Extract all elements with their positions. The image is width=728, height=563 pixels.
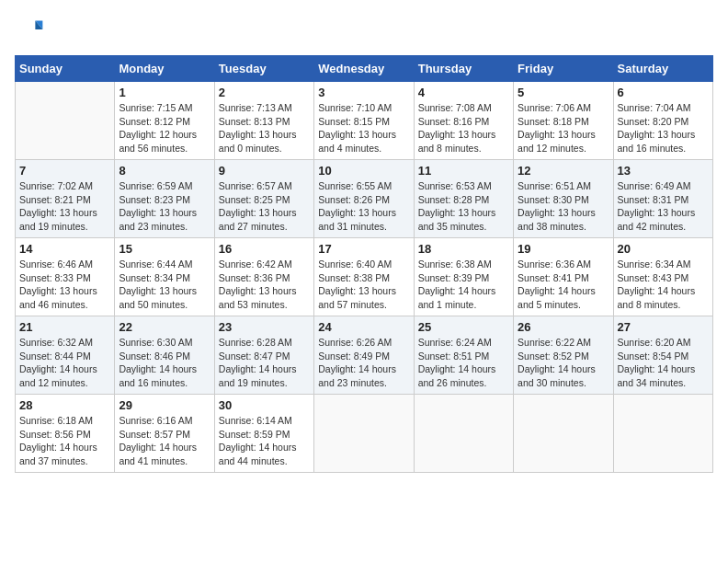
logo-icon <box>15 15 44 44</box>
day-info: Sunrise: 7:13 AMSunset: 8:13 PMDaylight:… <box>219 101 310 155</box>
day-info: Sunrise: 7:08 AMSunset: 8:16 PMDaylight:… <box>418 101 509 155</box>
day-info: Sunrise: 6:55 AMSunset: 8:26 PMDaylight:… <box>318 179 409 234</box>
day-number: 30 <box>219 398 310 412</box>
weekday-header: Saturday <box>613 56 712 82</box>
calendar-week-row: 7Sunrise: 7:02 AMSunset: 8:21 PMDaylight… <box>16 160 713 238</box>
weekday-header: Thursday <box>414 56 513 82</box>
calendar-cell: 1Sunrise: 7:15 AMSunset: 8:12 PMDaylight… <box>115 82 214 160</box>
weekday-header: Wednesday <box>314 56 414 82</box>
calendar-cell: 4Sunrise: 7:08 AMSunset: 8:16 PMDaylight… <box>414 82 513 160</box>
weekday-header: Monday <box>115 56 214 82</box>
day-number: 25 <box>418 320 509 334</box>
calendar-cell: 12Sunrise: 6:51 AMSunset: 8:30 PMDayligh… <box>514 160 613 238</box>
calendar-cell: 17Sunrise: 6:40 AMSunset: 8:38 PMDayligh… <box>314 238 414 316</box>
calendar-cell: 20Sunrise: 6:34 AMSunset: 8:43 PMDayligh… <box>613 238 712 316</box>
calendar-cell <box>16 82 115 160</box>
calendar-cell: 11Sunrise: 6:53 AMSunset: 8:28 PMDayligh… <box>414 160 513 238</box>
day-info: Sunrise: 6:57 AMSunset: 8:25 PMDaylight:… <box>219 179 310 234</box>
day-number: 21 <box>19 320 110 334</box>
day-info: Sunrise: 7:02 AMSunset: 8:21 PMDaylight:… <box>19 179 110 234</box>
day-number: 15 <box>119 242 210 256</box>
day-number: 20 <box>618 242 709 256</box>
weekday-header: Tuesday <box>214 56 313 82</box>
day-number: 24 <box>318 320 409 334</box>
calendar-cell: 29Sunrise: 6:16 AMSunset: 8:57 PMDayligh… <box>115 395 214 473</box>
day-info: Sunrise: 6:22 AMSunset: 8:52 PMDaylight:… <box>518 336 609 390</box>
day-info: Sunrise: 6:59 AMSunset: 8:23 PMDaylight:… <box>119 179 210 234</box>
calendar-cell: 16Sunrise: 6:42 AMSunset: 8:36 PMDayligh… <box>214 238 313 316</box>
calendar-cell <box>514 395 613 473</box>
day-info: Sunrise: 7:10 AMSunset: 8:15 PMDaylight:… <box>318 101 409 155</box>
day-info: Sunrise: 6:14 AMSunset: 8:59 PMDaylight:… <box>219 414 310 468</box>
calendar-week-row: 28Sunrise: 6:18 AMSunset: 8:56 PMDayligh… <box>16 395 713 473</box>
calendar-cell: 2Sunrise: 7:13 AMSunset: 8:13 PMDaylight… <box>214 82 313 160</box>
calendar-cell: 23Sunrise: 6:28 AMSunset: 8:47 PMDayligh… <box>214 316 313 395</box>
day-info: Sunrise: 6:53 AMSunset: 8:28 PMDaylight:… <box>418 179 509 234</box>
calendar-cell: 13Sunrise: 6:49 AMSunset: 8:31 PMDayligh… <box>613 160 712 238</box>
calendar-cell: 25Sunrise: 6:24 AMSunset: 8:51 PMDayligh… <box>414 316 513 395</box>
day-number: 4 <box>418 86 509 99</box>
day-number: 28 <box>19 398 110 412</box>
calendar-cell: 28Sunrise: 6:18 AMSunset: 8:56 PMDayligh… <box>16 395 115 473</box>
weekday-header: Friday <box>514 56 613 82</box>
day-number: 7 <box>19 164 110 178</box>
day-info: Sunrise: 6:51 AMSunset: 8:30 PMDaylight:… <box>518 179 609 234</box>
day-number: 22 <box>119 320 210 334</box>
weekday-header: Sunday <box>16 56 115 82</box>
calendar-cell: 24Sunrise: 6:26 AMSunset: 8:49 PMDayligh… <box>314 316 414 395</box>
calendar-header: SundayMondayTuesdayWednesdayThursdayFrid… <box>16 56 713 82</box>
day-number: 2 <box>219 86 310 99</box>
day-info: Sunrise: 6:46 AMSunset: 8:33 PMDaylight:… <box>19 258 110 312</box>
calendar-cell: 30Sunrise: 6:14 AMSunset: 8:59 PMDayligh… <box>214 395 313 473</box>
day-info: Sunrise: 6:16 AMSunset: 8:57 PMDaylight:… <box>119 414 210 468</box>
calendar-cell: 15Sunrise: 6:44 AMSunset: 8:34 PMDayligh… <box>115 238 214 316</box>
calendar-cell: 6Sunrise: 7:04 AMSunset: 8:20 PMDaylight… <box>613 82 712 160</box>
day-number: 29 <box>119 398 210 412</box>
day-info: Sunrise: 7:04 AMSunset: 8:20 PMDaylight:… <box>618 101 709 155</box>
page-header <box>15 15 713 44</box>
calendar-cell: 14Sunrise: 6:46 AMSunset: 8:33 PMDayligh… <box>16 238 115 316</box>
day-info: Sunrise: 6:32 AMSunset: 8:44 PMDaylight:… <box>19 336 110 390</box>
calendar-cell <box>613 395 712 473</box>
day-info: Sunrise: 6:18 AMSunset: 8:56 PMDaylight:… <box>19 414 110 468</box>
calendar-cell: 22Sunrise: 6:30 AMSunset: 8:46 PMDayligh… <box>115 316 214 395</box>
day-number: 1 <box>119 86 210 99</box>
calendar-cell: 19Sunrise: 6:36 AMSunset: 8:41 PMDayligh… <box>514 238 613 316</box>
day-number: 18 <box>418 242 509 256</box>
day-number: 14 <box>19 242 110 256</box>
day-info: Sunrise: 6:24 AMSunset: 8:51 PMDaylight:… <box>418 336 509 390</box>
day-info: Sunrise: 6:44 AMSunset: 8:34 PMDaylight:… <box>119 258 210 312</box>
day-number: 27 <box>618 320 709 334</box>
calendar-cell: 10Sunrise: 6:55 AMSunset: 8:26 PMDayligh… <box>314 160 414 238</box>
calendar-cell: 7Sunrise: 7:02 AMSunset: 8:21 PMDaylight… <box>16 160 115 238</box>
calendar-cell: 5Sunrise: 7:06 AMSunset: 8:18 PMDaylight… <box>514 82 613 160</box>
day-info: Sunrise: 6:49 AMSunset: 8:31 PMDaylight:… <box>618 179 709 234</box>
day-number: 13 <box>618 164 709 178</box>
calendar-cell: 3Sunrise: 7:10 AMSunset: 8:15 PMDaylight… <box>314 82 414 160</box>
day-info: Sunrise: 6:36 AMSunset: 8:41 PMDaylight:… <box>518 258 609 312</box>
day-info: Sunrise: 6:26 AMSunset: 8:49 PMDaylight:… <box>318 336 409 390</box>
day-info: Sunrise: 7:15 AMSunset: 8:12 PMDaylight:… <box>119 101 210 155</box>
day-number: 9 <box>219 164 310 178</box>
calendar-cell <box>414 395 513 473</box>
day-number: 17 <box>318 242 409 256</box>
calendar-cell: 8Sunrise: 6:59 AMSunset: 8:23 PMDaylight… <box>115 160 214 238</box>
day-info: Sunrise: 6:20 AMSunset: 8:54 PMDaylight:… <box>618 336 709 390</box>
calendar-week-row: 1Sunrise: 7:15 AMSunset: 8:12 PMDaylight… <box>16 82 713 160</box>
day-info: Sunrise: 6:40 AMSunset: 8:38 PMDaylight:… <box>318 258 409 312</box>
day-number: 8 <box>119 164 210 178</box>
calendar-cell: 21Sunrise: 6:32 AMSunset: 8:44 PMDayligh… <box>16 316 115 395</box>
calendar-cell: 26Sunrise: 6:22 AMSunset: 8:52 PMDayligh… <box>514 316 613 395</box>
day-info: Sunrise: 6:30 AMSunset: 8:46 PMDaylight:… <box>119 336 210 390</box>
day-number: 10 <box>318 164 409 178</box>
calendar-cell: 27Sunrise: 6:20 AMSunset: 8:54 PMDayligh… <box>613 316 712 395</box>
calendar-week-row: 14Sunrise: 6:46 AMSunset: 8:33 PMDayligh… <box>16 238 713 316</box>
day-info: Sunrise: 6:38 AMSunset: 8:39 PMDaylight:… <box>418 258 509 312</box>
calendar-cell: 9Sunrise: 6:57 AMSunset: 8:25 PMDaylight… <box>214 160 313 238</box>
day-info: Sunrise: 6:28 AMSunset: 8:47 PMDaylight:… <box>219 336 310 390</box>
day-number: 12 <box>518 164 609 178</box>
calendar-table: SundayMondayTuesdayWednesdayThursdayFrid… <box>15 55 713 473</box>
calendar-body: 1Sunrise: 7:15 AMSunset: 8:12 PMDaylight… <box>16 82 713 473</box>
day-number: 6 <box>618 86 709 99</box>
day-number: 3 <box>318 86 409 99</box>
